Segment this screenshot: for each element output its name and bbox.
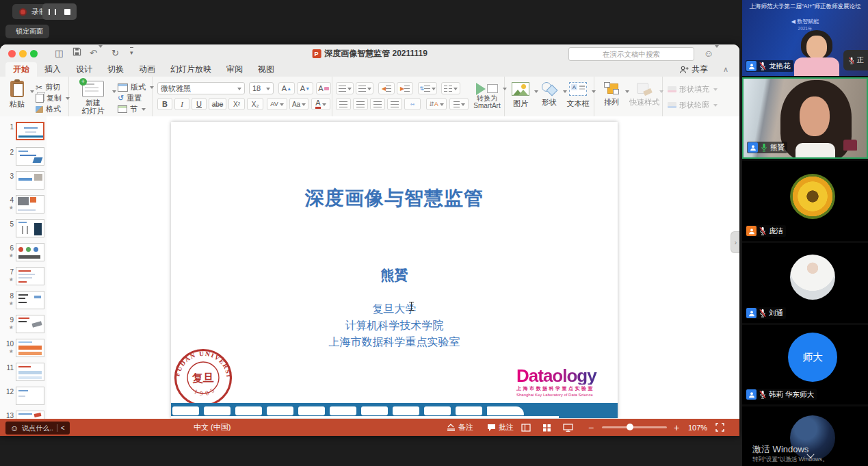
language-indicator[interactable]: 中文 (中国) [194, 419, 231, 436]
section-button[interactable]: 节 [118, 104, 146, 114]
zoom-level[interactable]: 107% [688, 419, 707, 436]
meeting-chat-overlay[interactable]: ☺ 说点什么.. < [5, 422, 70, 435]
recording-controls[interactable] [42, 3, 77, 20]
bullets-button[interactable] [336, 82, 354, 94]
pause-recording-button[interactable] [44, 4, 60, 19]
text-direction-button[interactable]: ⇵A [426, 98, 447, 110]
chat-overlay-collapse[interactable]: < [61, 424, 65, 432]
thumbnail-slide-9[interactable]: 9★ [0, 315, 47, 335]
search-input[interactable] [568, 47, 694, 61]
shape-fill-button[interactable]: 形状填充 [668, 84, 718, 94]
convert-smartart-button[interactable]: 转换为SmartArt [471, 81, 503, 109]
character-spacing-button[interactable]: AV [267, 98, 287, 110]
thumbnail-slide-1[interactable]: 1 [0, 122, 47, 142]
zoom-out-button[interactable]: − [588, 419, 594, 436]
thumbnail-slide-5[interactable]: 5 [0, 219, 47, 240]
decrease-font-size-button[interactable]: A▼ [297, 82, 313, 94]
close-window-button[interactable] [8, 50, 16, 57]
zoom-slider-knob[interactable] [627, 424, 633, 430]
reset-button[interactable]: ↺ 重置 [118, 93, 142, 103]
tab-view[interactable]: 视图 [250, 62, 282, 77]
distribute-button[interactable]: ⇿ [404, 98, 421, 110]
thumbnail-slide-10[interactable]: 10★ [0, 339, 47, 359]
thumbnail-slide-2[interactable]: 2 [0, 147, 47, 168]
align-center-button[interactable] [353, 98, 368, 110]
align-text-button[interactable] [449, 98, 469, 110]
change-case-button[interactable]: Aa [289, 98, 308, 110]
copy-button[interactable]: 复制 [36, 93, 70, 103]
decrease-indent-button[interactable]: ◀ [378, 82, 395, 94]
arrange-button[interactable]: 排列 [599, 82, 624, 107]
tab-animations[interactable]: 动画 [131, 62, 163, 77]
slide-affiliation-text[interactable]: 复旦大学 计算机科学技术学院 上海市数据科学重点实验室 [171, 301, 618, 350]
zoom-in-button[interactable]: + [674, 419, 679, 436]
lock-screen-button[interactable]: 锁定画面 [5, 25, 49, 38]
cut-button[interactable]: ✂剪切 [36, 82, 60, 92]
slide-author-text[interactable]: 熊贇 [171, 266, 618, 285]
notes-button[interactable]: 备注 [447, 419, 473, 436]
underline-button[interactable]: U [192, 98, 207, 110]
thumbnail-slide-7[interactable]: 7★ [0, 267, 47, 287]
paste-button[interactable]: 粘贴 [7, 81, 27, 109]
line-spacing-button[interactable]: ⇅ [418, 82, 437, 94]
tab-review[interactable]: 审阅 [219, 62, 250, 77]
thumbnail-slide-13[interactable]: 13 [0, 411, 47, 419]
participant-video-2[interactable]: 熊贇 [742, 77, 868, 159]
participant-video-4[interactable]: 刘通 [742, 243, 868, 323]
increase-indent-button[interactable]: ▶ [397, 82, 413, 94]
textbox-button[interactable]: A 文本框 [564, 82, 592, 109]
fit-slide-button[interactable] [715, 419, 724, 436]
tab-slideshow[interactable]: 幻灯片放映 [163, 62, 219, 77]
font-size-select[interactable]: 18 [249, 82, 274, 94]
clear-formatting-button[interactable]: A [316, 82, 331, 94]
layout-button[interactable]: 版式 [118, 82, 154, 92]
share-button[interactable]: 共享 [679, 62, 708, 77]
toggle-sidebar-icon[interactable]: ◫ [55, 47, 63, 60]
shapes-button[interactable]: 形状 [537, 82, 562, 107]
format-painter-button[interactable]: 格式 [36, 104, 61, 114]
undo-button[interactable]: ↶ [90, 47, 103, 60]
tab-transitions[interactable]: 切换 [100, 62, 131, 77]
columns-button[interactable] [441, 82, 460, 94]
increase-font-size-button[interactable]: A▲ [278, 82, 295, 94]
subscript-button[interactable]: X₂ [247, 98, 263, 110]
picture-button[interactable]: 图片 [508, 82, 533, 109]
thumbnail-slide-3[interactable]: 3 [0, 171, 47, 192]
font-color-button[interactable]: A [311, 98, 330, 110]
feedback-smiley-icon[interactable]: ☺ [704, 47, 719, 60]
zoom-window-button[interactable] [30, 50, 38, 57]
new-slide-button[interactable]: + 新建幻灯片 [78, 81, 108, 115]
justify-button[interactable] [387, 98, 402, 110]
save-icon[interactable] [73, 47, 81, 60]
thumbnail-slide-6[interactable]: 6★ [0, 243, 47, 263]
quick-access-menu-icon[interactable]: ▾ [130, 47, 133, 57]
slide-title-text[interactable]: 深度画像与智慧监管 [171, 185, 618, 211]
stop-recording-button[interactable] [60, 4, 75, 19]
bold-button[interactable]: B [157, 98, 172, 110]
shape-outline-button[interactable]: 形状轮廓 [668, 100, 718, 110]
quick-styles-button[interactable]: 快速样式 [628, 82, 661, 107]
participant-video-3[interactable]: 庞洁 [742, 161, 868, 241]
thumbnail-slide-12[interactable]: 12 [0, 387, 47, 407]
normal-view-button[interactable] [521, 419, 531, 436]
tab-design[interactable]: 设计 [68, 62, 100, 77]
undo-dropdown-icon[interactable] [98, 45, 103, 60]
collapse-ribbon-icon[interactable]: ∧ [723, 65, 728, 74]
participant-video-5[interactable]: 师大 韩莉 华东师大 [742, 325, 868, 404]
zoom-slider[interactable] [602, 419, 667, 436]
participant-video-6[interactable]: 激活 Windows 转到“设置”以激活 Windows。 [742, 406, 868, 466]
panel-collapse-handle[interactable]: › [731, 231, 739, 253]
italic-button[interactable]: I [174, 98, 189, 110]
thumbnail-slide-4[interactable]: 4★ [0, 195, 47, 216]
tab-home[interactable]: 开始 [5, 62, 37, 77]
slide-sorter-view-button[interactable] [542, 419, 551, 436]
minimize-window-button[interactable] [19, 50, 27, 57]
comments-button[interactable]: 批注 [487, 419, 514, 436]
strikethrough-button[interactable]: abe [209, 98, 226, 110]
participant-video-1[interactable]: 上海师范大学第二届“AI+”师正教师发展论坛 ◀ 数智赋能 2021年 龙艳花 … [742, 0, 868, 76]
align-left-button[interactable] [336, 98, 351, 110]
numbering-button[interactable] [356, 82, 373, 94]
slideshow-view-button[interactable] [563, 419, 573, 436]
font-name-select[interactable]: 微软雅黑 [157, 82, 245, 94]
superscript-button[interactable]: X² [228, 98, 245, 110]
